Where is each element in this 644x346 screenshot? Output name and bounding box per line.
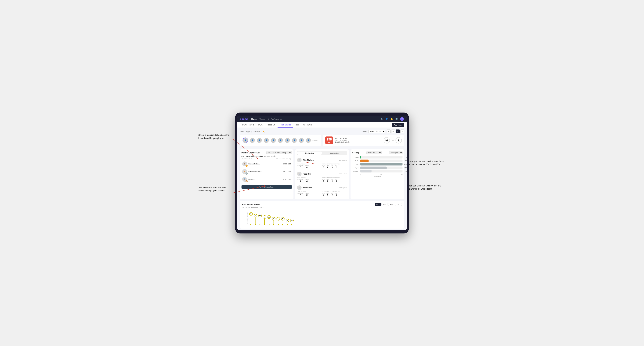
streak-line-7 [278,220,278,224]
bar-row-birdies: Birdies 96 [352,160,402,162]
show-control: Show: Last 3 months Last 6 months Last y… [362,130,404,133]
streak-dot-7: 4x [276,217,280,220]
view-full-leaderboard-button[interactable]: View Full Leaderboard [242,185,292,189]
streaks-tabs: OTT APP ARG PUTT [375,203,402,206]
nav-avatar[interactable]: U [400,117,404,121]
bar-label-bogeys: Bogeys [352,167,359,169]
bar-row-dbogeys: D. Bogeys + 131 [352,170,402,173]
bar-row-pars: Pars 499 [352,163,402,166]
activity-tabs: Most Active Least Active [297,151,347,155]
pc-activities-1: Total Practice Activities OTT 0 APP [322,163,347,169]
bar-track-pars: 499 [360,163,402,166]
lb-row-1[interactable]: 🏌 ★ Richard Butler... 19/20 110 [242,161,292,168]
silver-badge: 2 [246,173,248,174]
pc-date-3: 26 Aug 2023 [339,187,347,188]
streaks-title: Best Round Streaks [242,203,260,205]
yards1-value: 16 [386,138,388,141]
player-card-2: 🏌 Rees Britt 02 Sep 2023 Total Rounds [297,170,347,184]
view-list-button[interactable]: ≡ [396,130,400,133]
annotation-left1: Select a practice drill and see the lead… [198,134,232,140]
gold-badge: ★ [246,165,248,167]
pc-stats-2: Total Rounds Tournament 8 Practice [297,177,347,182]
tab-app[interactable]: APP [382,203,388,206]
streak-dot-9: 3x [286,219,289,222]
col-player: PLAYER NAME [242,158,276,160]
streak-bottom-7 [278,224,278,225]
practice-leaderboards-panel: Practice Leaderboards PUTT Must Make Put… [240,149,294,199]
nav-home[interactable]: Home [251,118,257,120]
tab-putt[interactable]: PUTT [395,203,402,206]
streak-group-9: 3x [286,212,289,225]
par-filter-select[interactable]: Par 3, 4 & 5s [366,151,382,154]
subnav-all-players[interactable]: All Players [301,122,314,128]
bar-fill-dbogeys [360,170,371,173]
player-avatar-4[interactable]: 👤 [264,138,269,143]
col-avg: PB AVG SQ [284,158,291,160]
view-grid3-button[interactable]: ⊟ [391,130,395,133]
show-select[interactable]: Last 3 months Last 6 months Last year [368,130,385,133]
score-circles: 16 yds → 0 yds [384,137,402,144]
team-name: Team Clippd [240,130,250,133]
player-avatar-7[interactable]: 👤 [284,138,290,143]
subnav-hcaps[interactable]: Hcaps 1-5 [264,122,278,128]
player-avatar-2[interactable]: 👤 [250,138,255,143]
players-label: Players [312,140,318,141]
streak-line-1 [251,216,251,224]
pc-date-1: 26 Aug 2023 [339,159,347,161]
streak-line-8 [282,220,283,224]
shot-dist: Shot Dist: 16 yds [335,138,350,140]
player-avatar-1[interactable]: 👤 [242,138,248,143]
main-content: Team Clippd | 14 Players ✏️ Show: Last 3… [237,128,407,230]
nav-performance[interactable]: My Performance [268,118,282,120]
streak-group-3: 6x [258,212,262,225]
bar-chart: Eagles 3 Birdies [352,156,402,177]
tab-ott[interactable]: OTT [375,203,381,206]
lb-row-2[interactable]: 🏌 2 Edward Crossman 18/20 107 [242,168,292,175]
player-avatar-3[interactable]: 👤 [256,138,262,143]
lb-row-3[interactable]: 🏌 3 Cameron... 17/20 103 [242,176,292,183]
streaks-panel: Best Round Streaks OTT APP ARG PUTT Off … [240,201,404,229]
player-avatar-10[interactable]: 👤 [306,138,311,143]
score-details: Shot Dist: 16 yds Start Lie: Rough End L… [335,138,350,143]
bell-icon[interactable]: 🔔 [390,118,393,120]
player-filter-select[interactable]: All Players [389,151,402,154]
leaderboard-subtitle: PUTT Must Make Putting (3-6 ft), Last 3 … [242,155,292,157]
settings-icon[interactable]: ⚙️ [395,118,398,120]
person-icon[interactable]: 👤 [385,118,388,120]
annotation-left2: See who is the most and least active amo… [198,186,232,192]
pc-rounds-3: Total Rounds Tournament 7 Practice [297,191,322,196]
bar-value-bogeys: 311 [404,167,407,169]
add-team-button[interactable]: Add Team [392,123,404,127]
subnav-pgat[interactable]: PGAT Players [240,122,256,128]
bar-track-bogeys: 311 [360,167,402,169]
activity-panel: Most Active Least Active 🏌 Blair McHarg … [295,149,349,199]
subnav-tour[interactable]: Tour [293,122,301,128]
tab-arg[interactable]: ARG [388,203,394,206]
annotation-right1: Here you can see how the team have score… [409,160,446,166]
team-header: Team Clippd | 14 Players ✏️ Show: Last 3… [240,130,404,133]
player-avatar-5[interactable]: 👤 [270,138,276,143]
lb-score-2: 18/20 [283,171,287,173]
bar-track-birdies: 96 [360,160,402,162]
nav-teams[interactable]: Teams [259,118,265,120]
player-avatar-6[interactable]: 👤 [278,138,283,143]
player-avatar-9[interactable]: 👤 [298,138,304,143]
tab-least-active[interactable]: Least Active [322,152,347,155]
edit-icon[interactable]: ✏️ [263,131,265,133]
tab-most-active[interactable]: Most Active [297,152,322,155]
pc-name-3: Josh Coles [303,187,338,189]
score-unit: SC [328,141,330,143]
lb-avatar-1: 🏌 ★ [242,162,247,166]
pc-name-2: Rees Britt [303,173,338,175]
search-icon[interactable]: 🔍 [380,118,383,120]
drill-select[interactable]: PUTT Must Make Putting ... [266,151,292,154]
subnav-team-clippd[interactable]: Team Clippd [278,122,293,128]
view-chart-button[interactable]: ↕ [400,130,404,133]
subnav-pga[interactable]: PGA [256,122,264,128]
player-avatar-8[interactable]: 👤 [292,138,297,143]
view-grid2-button[interactable]: ⊞ [387,130,390,133]
y-axis-label: % Fairway Accuracy [247,212,248,223]
bar-fill-birdies [360,160,368,162]
score-card: 198 SC Shot Dist: 16 yds Start Lie: Roug… [323,135,404,146]
pc-avatar-2: 🏌 [297,172,302,176]
